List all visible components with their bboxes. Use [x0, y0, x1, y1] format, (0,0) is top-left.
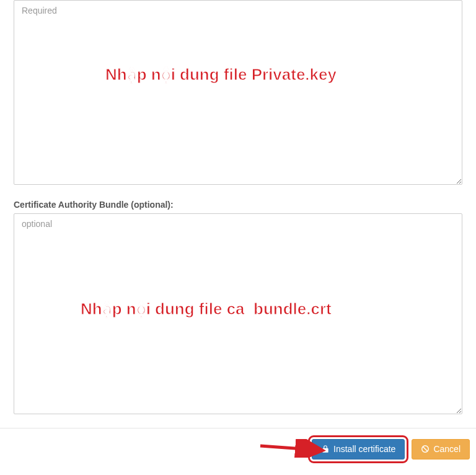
ca-bundle-textarea[interactable] [14, 213, 462, 414]
svg-line-1 [423, 447, 428, 452]
install-highlight-box: Install certificate [310, 437, 407, 461]
install-button-label: Install certificate [333, 444, 395, 455]
install-certificate-button[interactable]: Install certificate [312, 439, 405, 459]
form-area: Certificate Authority Bundle (optional): [0, 0, 476, 417]
cancel-button[interactable]: Cancel [412, 439, 470, 459]
cancel-button-label: Cancel [433, 444, 461, 455]
page-root: Certificate Authority Bundle (optional):… [0, 0, 476, 475]
ban-icon [421, 445, 430, 453]
private-key-textarea[interactable] [14, 0, 462, 185]
ca-bundle-label: Certificate Authority Bundle (optional): [14, 200, 462, 210]
lock-icon [321, 445, 330, 453]
button-row: Install certificate Cancel [0, 428, 476, 470]
